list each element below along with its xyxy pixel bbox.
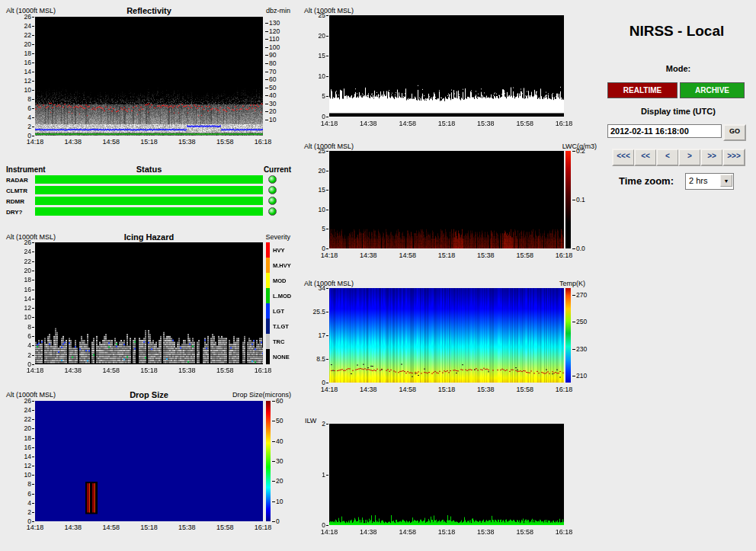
x-axis-time-label: 16:18 — [250, 138, 276, 146]
nav-step-forward-button[interactable]: > — [678, 149, 701, 166]
display-time-label: Display time (UTC) — [602, 107, 754, 116]
x-axis-time-label: 14:58 — [98, 367, 124, 374]
y-tick-label: 14 — [14, 453, 34, 460]
x-axis-time-label: 14:58 — [395, 251, 421, 259]
x-axis-time-label: 15:38 — [472, 120, 498, 127]
realtime-button[interactable]: REALTIME — [607, 82, 678, 98]
scale-tick-label: 210 — [572, 372, 587, 380]
x-axis-time-label: 15:58 — [212, 367, 238, 374]
y-tick-label: 18 — [14, 50, 34, 57]
y-tick-label: 20 — [14, 40, 34, 48]
x-axis-time-label: 14:38 — [355, 251, 381, 259]
x-axis-time-label: 14:58 — [98, 138, 124, 146]
y-tick-label: 25 — [309, 11, 328, 19]
instrument-current-led — [268, 207, 277, 216]
nav-step-back-button[interactable]: < — [656, 149, 679, 166]
scale-tick-label: 230 — [572, 345, 587, 353]
instrument-label: CLMTR — [6, 187, 27, 194]
x-axis-time-label: 16:18 — [250, 524, 276, 531]
scale-tick-label: 0.1 — [572, 196, 585, 203]
scale-tick-label: 50 — [265, 84, 276, 91]
x-axis-time-label: 14:38 — [355, 528, 381, 536]
y-tick-label: 5 — [309, 225, 328, 232]
scale-tick-label: 50 — [272, 417, 283, 424]
y-tick-label: 17 — [309, 332, 328, 339]
severity-level-label: MOD — [273, 277, 287, 284]
x-axis-time-label: 15:58 — [512, 386, 538, 393]
temp-scale-label: Temp(K) — [522, 280, 585, 287]
dropsize-colorbar — [266, 401, 271, 521]
scale-tick-label: 60 — [265, 75, 276, 83]
nav-forward-full-button[interactable]: >>> — [722, 149, 745, 166]
x-axis-time-label: 15:38 — [174, 367, 200, 374]
scale-tick-label: 10 — [272, 498, 283, 505]
severity-level-label: NONE — [273, 354, 290, 360]
status-title: Status — [35, 165, 263, 174]
chevron-down-icon[interactable]: ▼ — [720, 175, 732, 187]
y-tick-label: 14 — [14, 295, 34, 303]
severity-level-label: LGT — [273, 308, 284, 315]
time-zoom-value: 2 hrs — [689, 176, 707, 185]
display-time-input[interactable] — [607, 124, 722, 138]
x-axis-time-label: 15:18 — [434, 120, 460, 127]
nav-rewind-button[interactable]: << — [634, 149, 657, 166]
cloud-plot — [329, 15, 564, 117]
instrument-status-bar — [35, 197, 263, 205]
y-tick-label: 26 — [14, 13, 34, 21]
y-tick-label: 12 — [14, 304, 34, 312]
x-axis-time-label: 15:18 — [136, 367, 162, 374]
y-tick-label: 6 — [14, 104, 34, 112]
scale-tick-label: 40 — [265, 91, 276, 99]
instrument-status-bar — [35, 175, 263, 184]
mode-label: Mode: — [602, 64, 754, 73]
y-tick-label: 20 — [309, 167, 328, 175]
x-axis-time-label: 14:18 — [22, 138, 48, 146]
x-axis-time-label: 16:18 — [551, 120, 577, 127]
severity-color-swatch — [266, 319, 270, 334]
nirss-local-page: Alt (1000ft MSL) Reflectivity dbz-min In… — [0, 0, 756, 551]
x-axis-time-label: 14:18 — [22, 367, 48, 374]
y-tick-label: 22 — [14, 258, 34, 265]
y-tick-label: 8 — [14, 480, 34, 488]
instrument-current-led — [268, 186, 277, 194]
x-axis-time-label: 14:38 — [355, 120, 381, 127]
y-tick-label: 5 — [309, 92, 328, 100]
scale-tick-label: 30 — [265, 100, 276, 107]
x-axis-time-label: 15:58 — [512, 528, 538, 536]
nav-rewind-full-button[interactable]: <<< — [612, 149, 635, 166]
y-tick-label: 2 — [14, 123, 34, 130]
y-tick-label: 12 — [14, 462, 34, 469]
nav-forward-button[interactable]: >> — [700, 149, 723, 166]
archive-button[interactable]: ARCHIVE — [680, 82, 745, 98]
x-axis-time-label: 15:18 — [434, 386, 460, 393]
y-tick-label: 15 — [309, 186, 328, 194]
scale-tick-label: 0.2 — [572, 147, 585, 155]
scale-tick-label: 20 — [265, 107, 276, 115]
x-axis-time-label: 15:38 — [174, 138, 200, 146]
instrument-current-led — [268, 175, 277, 184]
severity-level-label: L.MOD — [273, 293, 291, 300]
x-axis-time-label: 14:58 — [98, 524, 124, 531]
x-axis-time-label: 16:18 — [551, 251, 577, 259]
scale-tick-label: 40 — [272, 437, 283, 445]
x-axis-time-label: 15:38 — [174, 524, 200, 531]
y-tick-label: 14 — [14, 68, 34, 75]
instrument-label: RDMR — [6, 198, 24, 205]
y-tick-label: 4 — [14, 499, 34, 507]
scale-tick-label: 120 — [265, 27, 280, 35]
time-zoom-select[interactable]: 2 hrs ▼ — [685, 173, 734, 190]
y-tick-label: 8 — [14, 323, 34, 331]
x-axis-time-label: 16:18 — [551, 386, 577, 393]
y-tick-label: 6 — [14, 332, 34, 340]
scale-tick-label: 70 — [265, 68, 276, 75]
scale-tick-label: 60 — [272, 397, 283, 405]
y-tick-label: 16 — [14, 59, 34, 66]
instrument-current-led — [268, 197, 277, 205]
scale-tick-label: 100 — [265, 43, 280, 51]
y-tick-label: 18 — [14, 276, 34, 284]
scale-tick-label: 130 — [265, 19, 280, 27]
severity-color-swatch — [266, 303, 270, 319]
y-tick-label: 8.5 — [309, 355, 328, 363]
y-tick-label: 4 — [14, 341, 34, 349]
go-button[interactable]: GO — [723, 124, 746, 141]
